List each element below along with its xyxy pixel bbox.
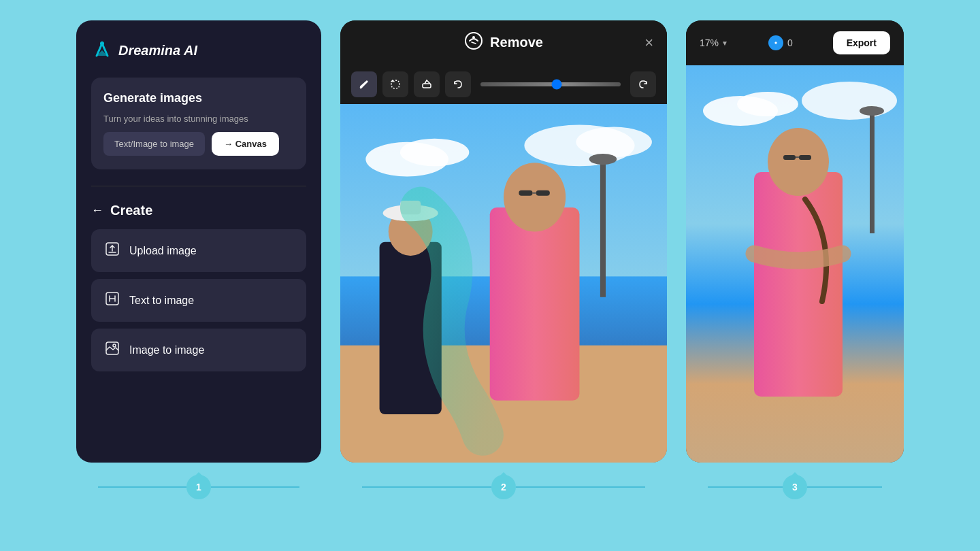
right-header: 17% ▼ 0 Export — [686, 20, 904, 65]
chevron-down-icon: ▼ — [721, 39, 728, 47]
image-area[interactable] — [340, 104, 667, 463]
svg-point-6 — [472, 36, 475, 39]
close-button[interactable]: × — [644, 34, 653, 52]
create-section: ← Create Upload image — [91, 203, 306, 378]
credits-icon — [768, 35, 783, 50]
svg-point-12 — [576, 127, 651, 157]
step-3-circle: 3 — [783, 475, 807, 499]
svg-point-31 — [860, 106, 884, 116]
svg-rect-17 — [490, 207, 580, 401]
text-to-image-label: Text to image — [129, 295, 194, 307]
toolbar — [340, 65, 667, 104]
svg-point-18 — [504, 163, 566, 231]
image-to-image-icon — [105, 341, 120, 359]
lasso-tool-button[interactable] — [382, 71, 408, 97]
step-1-circle: 1 — [186, 475, 211, 499]
generate-title: Generate images — [103, 91, 294, 105]
canvas-button[interactable]: → Canvas — [212, 132, 279, 156]
generate-buttons: Text/Image to image → Canvas — [103, 132, 294, 156]
step-3-wrapper: 17% ▼ 0 Export — [686, 20, 904, 499]
panel-left: Dreamina AI Generate images Turn your id… — [76, 20, 321, 463]
right-image-area — [686, 65, 904, 463]
step-1-indicators: 1 — [76, 475, 321, 499]
generate-card: Generate images Turn your ideas into stu… — [91, 78, 306, 169]
svg-point-0 — [100, 41, 104, 46]
undo-button[interactable] — [445, 71, 471, 97]
upload-icon — [105, 241, 120, 260]
step-2-circle: 2 — [491, 475, 516, 499]
svg-point-16 — [589, 154, 617, 165]
create-label: Create — [110, 203, 152, 218]
step-1-line-left — [98, 486, 186, 488]
export-button[interactable]: Export — [833, 31, 890, 54]
svg-point-33 — [768, 128, 829, 196]
menu-item-image-to-image[interactable]: Image to image — [91, 329, 306, 371]
credits-count: 0 — [787, 37, 793, 48]
svg-rect-30 — [870, 111, 875, 233]
zoom-control[interactable]: 17% ▼ — [700, 37, 728, 48]
svg-rect-15 — [600, 159, 606, 297]
remove-title: Remove — [464, 31, 543, 54]
step-2-line-right — [516, 486, 645, 488]
create-header: ← Create — [91, 203, 306, 218]
photo-background — [340, 104, 667, 463]
result-photo — [686, 65, 904, 463]
step-3-indicators: 3 — [686, 475, 904, 499]
step-1-wrapper: Dreamina AI Generate images Turn your id… — [76, 20, 321, 499]
back-arrow-icon[interactable]: ← — [91, 203, 103, 218]
svg-point-28 — [737, 92, 798, 116]
zoom-value: 17% — [700, 37, 719, 48]
brush-tool-button[interactable] — [351, 71, 377, 97]
remove-label: Remove — [490, 35, 543, 50]
step-3-line-right — [807, 486, 882, 488]
svg-rect-7 — [423, 84, 431, 88]
svg-point-5 — [466, 33, 482, 49]
eraser-tool-button[interactable] — [414, 71, 440, 97]
svg-rect-32 — [754, 172, 843, 397]
image-to-image-label: Image to image — [129, 344, 204, 356]
svg-rect-20 — [536, 190, 550, 196]
step-1-line-right — [211, 486, 299, 488]
step-2-indicators: 2 — [340, 475, 667, 499]
redo-button[interactable] — [630, 71, 656, 97]
upload-label: Upload image — [129, 245, 197, 257]
panel-middle: Remove × — [340, 20, 667, 463]
main-container: Dreamina AI Generate images Turn your id… — [0, 0, 980, 551]
divider — [91, 186, 306, 186]
credits-area: 0 — [768, 35, 793, 50]
logo-icon — [91, 39, 113, 61]
menu-item-text-to-image[interactable]: Text to image — [91, 279, 306, 322]
remove-icon — [464, 31, 483, 54]
svg-point-10 — [400, 139, 469, 167]
panel-right: 17% ▼ 0 Export — [686, 20, 904, 463]
step-2-number: 2 — [501, 482, 506, 492]
logo-text: Dreamina AI — [118, 43, 197, 59]
generate-subtitle: Turn your ideas into stunning images — [103, 114, 294, 124]
step-2-line-left — [362, 486, 491, 488]
step-2-wrapper: Remove × — [340, 20, 667, 499]
step-1-number: 1 — [196, 482, 201, 492]
text-image-button[interactable]: Text/Image to image — [103, 132, 205, 156]
svg-rect-34 — [783, 155, 796, 160]
text-to-image-icon — [105, 291, 120, 310]
logo-area: Dreamina AI — [91, 39, 306, 64]
menu-item-upload[interactable]: Upload image — [91, 229, 306, 272]
svg-point-29 — [802, 82, 897, 120]
middle-header: Remove × — [340, 20, 667, 65]
svg-rect-19 — [519, 190, 532, 196]
svg-point-4 — [113, 344, 116, 347]
brush-size-slider[interactable] — [480, 82, 621, 86]
step-3-number: 3 — [792, 482, 798, 492]
brush-size-slider-container — [476, 82, 625, 86]
svg-rect-35 — [799, 155, 811, 160]
step-3-line-left — [708, 486, 783, 488]
